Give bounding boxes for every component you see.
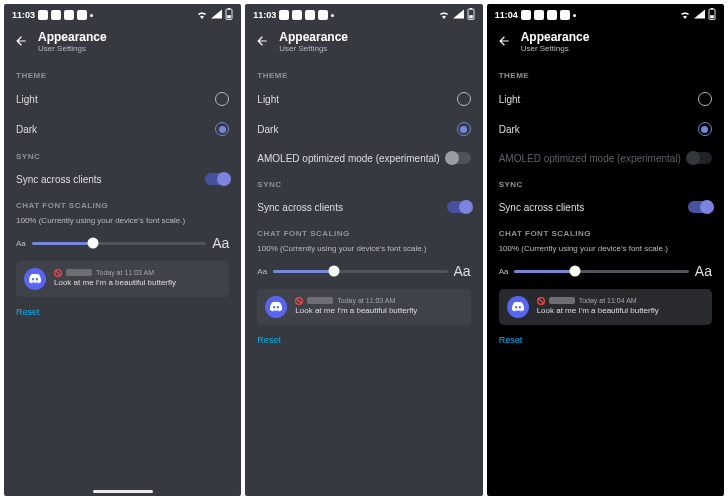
avatar — [24, 268, 46, 290]
sync-label: Sync across clients — [16, 174, 102, 185]
no-sign-icon — [54, 268, 62, 276]
message: Today at 11:04 AM Look at me I'm a beaut… — [537, 296, 659, 318]
header-text: Appearance User Settings — [521, 30, 590, 53]
username-redacted — [66, 269, 92, 276]
aa-small-icon: Aa — [499, 267, 509, 276]
message-text: Look at me I'm a beautiful butterfly — [54, 278, 176, 287]
svg-rect-7 — [469, 15, 473, 18]
font-slider[interactable] — [32, 242, 206, 245]
reset-link[interactable]: Reset — [487, 331, 724, 349]
slider-thumb[interactable] — [570, 266, 581, 277]
back-arrow-icon[interactable] — [14, 34, 28, 50]
reset-link[interactable]: Reset — [4, 303, 241, 321]
reset-link[interactable]: Reset — [245, 331, 482, 349]
section-sync: SYNC — [4, 144, 241, 165]
font-slider-row: Aa Aa — [245, 259, 482, 289]
svg-rect-1 — [228, 8, 230, 9]
radio-dark[interactable] — [698, 122, 712, 136]
wifi-icon — [196, 9, 208, 21]
message: Today at 11:03 AM Look at me I'm a beaut… — [295, 296, 417, 318]
theme-dark-row[interactable]: Dark — [245, 114, 482, 144]
status-time: 11:03 — [12, 10, 35, 20]
radio-light[interactable] — [457, 92, 471, 106]
amoled-row[interactable]: AMOLED optimized mode (experimental) — [245, 144, 482, 172]
sync-row[interactable]: Sync across clients — [487, 193, 724, 221]
battery-icon — [467, 8, 475, 22]
status-bar: 11:04 — [487, 4, 724, 24]
chat-preview: Today at 11:03 AM Look at me I'm a beaut… — [257, 289, 470, 325]
dot-icon — [573, 14, 576, 17]
page-title: Appearance — [279, 30, 348, 44]
theme-dark-row[interactable]: Dark — [4, 114, 241, 144]
wifi-icon — [438, 9, 450, 21]
amoled-toggle[interactable] — [447, 152, 471, 164]
radio-light[interactable] — [215, 92, 229, 106]
tiktok-icon — [279, 10, 289, 20]
aa-small-icon: Aa — [257, 267, 267, 276]
username-redacted — [549, 297, 575, 304]
no-sign-icon — [537, 296, 545, 304]
header: Appearance User Settings — [4, 24, 241, 63]
sync-row[interactable]: Sync across clients — [4, 165, 241, 193]
page-subtitle: User Settings — [521, 44, 590, 53]
font-slider[interactable] — [514, 270, 688, 273]
radio-light[interactable] — [698, 92, 712, 106]
back-arrow-icon[interactable] — [255, 34, 269, 50]
youtube-icon — [318, 10, 328, 20]
aa-large-icon: Aa — [454, 263, 471, 279]
theme-dark-row[interactable]: Dark — [487, 114, 724, 144]
theme-light-row[interactable]: Light — [245, 84, 482, 114]
sync-row[interactable]: Sync across clients — [245, 193, 482, 221]
header-text: Appearance User Settings — [38, 30, 107, 53]
sync-label: Sync across clients — [499, 202, 585, 213]
svg-rect-11 — [711, 8, 713, 9]
status-right — [438, 8, 475, 22]
font-slider[interactable] — [273, 270, 447, 273]
no-sign-icon — [295, 296, 303, 304]
scaling-desc: 100% (Currently using your device's font… — [4, 214, 241, 231]
sync-toggle[interactable] — [205, 173, 229, 185]
radio-dark[interactable] — [215, 122, 229, 136]
tiktok-icon — [38, 10, 48, 20]
section-scaling: CHAT FONT SCALING — [245, 221, 482, 242]
theme-light-label: Light — [16, 94, 38, 105]
sync-toggle[interactable] — [447, 201, 471, 213]
amoled-label: AMOLED optimized mode (experimental) — [257, 153, 439, 164]
theme-dark-label: Dark — [499, 124, 520, 135]
svg-rect-12 — [710, 15, 714, 18]
dot-icon — [331, 14, 334, 17]
back-arrow-icon[interactable] — [497, 34, 511, 50]
snapchat-icon — [51, 10, 61, 20]
tiktok-icon — [521, 10, 531, 20]
theme-light-row[interactable]: Light — [487, 84, 724, 114]
message: Today at 11:03 AM Look at me I'm a beaut… — [54, 268, 176, 290]
signal-icon — [211, 9, 222, 21]
message-text: Look at me I'm a beautiful butterfly — [537, 306, 659, 315]
avatar — [507, 296, 529, 318]
home-indicator[interactable] — [93, 490, 153, 493]
status-bar: 11:03 — [4, 4, 241, 24]
section-theme: THEME — [487, 63, 724, 84]
battery-icon — [225, 8, 233, 22]
scaling-desc: 100% (Currently using your device's font… — [487, 242, 724, 259]
tiktok-icon — [547, 10, 557, 20]
svg-line-4 — [56, 271, 61, 276]
radio-dark[interactable] — [457, 122, 471, 136]
status-right — [196, 8, 233, 22]
aa-large-icon: Aa — [695, 263, 712, 279]
slider-thumb[interactable] — [87, 238, 98, 249]
sync-toggle[interactable] — [688, 201, 712, 213]
slider-fill — [514, 270, 575, 273]
section-sync: SYNC — [245, 172, 482, 193]
svg-rect-6 — [469, 8, 471, 9]
section-scaling: CHAT FONT SCALING — [4, 193, 241, 214]
message-timestamp: Today at 11:03 AM — [96, 269, 154, 276]
aa-small-icon: Aa — [16, 239, 26, 248]
dot-icon — [90, 14, 93, 17]
message-timestamp: Today at 11:03 AM — [337, 297, 395, 304]
slider-thumb[interactable] — [329, 266, 340, 277]
page-subtitle: User Settings — [279, 44, 348, 53]
youtube-icon — [560, 10, 570, 20]
header: Appearance User Settings — [245, 24, 482, 63]
theme-light-row[interactable]: Light — [4, 84, 241, 114]
